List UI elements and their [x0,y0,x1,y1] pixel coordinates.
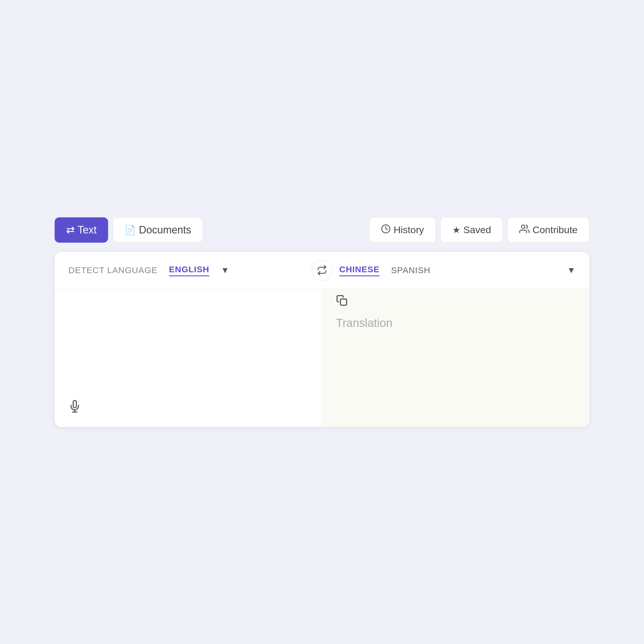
document-icon: 📄 [124,225,136,235]
toolbar-right: History ★ Saved Contribute [369,217,589,243]
translation-placeholder: Translation [336,317,576,329]
language-bar: DETECT LANGUAGE ENGLISH ▼ CHINESE SPANIS… [55,252,589,289]
chinese-language-option[interactable]: CHINESE [339,265,379,276]
translator-card: DETECT LANGUAGE ENGLISH ▼ CHINESE SPANIS… [55,252,589,427]
toolbar: ⇄ Text 📄 Documents History [55,217,589,243]
chevron-down-icon-right: ▼ [567,265,576,275]
text-tab-label: Text [78,224,97,236]
swap-icon [317,265,327,275]
svg-point-1 [522,225,525,229]
saved-label: Saved [463,224,491,235]
history-button[interactable]: History [369,217,436,243]
english-language-option[interactable]: ENGLISH [169,265,209,276]
target-text-area: Translation [322,289,590,427]
target-lang-dropdown[interactable]: ▼ [567,265,576,275]
source-text-input[interactable] [68,300,308,394]
saved-button[interactable]: ★ Saved [440,217,503,243]
detect-language-option[interactable]: DETECT LANGUAGE [68,265,158,275]
source-lang-dropdown[interactable]: ▼ [221,265,229,275]
mic-area [68,394,308,415]
text-tab[interactable]: ⇄ Text [55,217,108,243]
translate-icon: ⇄ [66,224,75,236]
documents-tab[interactable]: 📄 Documents [113,217,203,243]
history-icon [381,224,391,236]
toolbar-left: ⇄ Text 📄 Documents [55,217,203,243]
copy-icon-wrapper [336,295,348,309]
history-label: History [394,224,424,235]
documents-tab-label: Documents [139,224,191,236]
source-lang-panel: DETECT LANGUAGE ENGLISH ▼ [68,265,305,276]
contribute-label: Contribute [532,224,578,235]
people-icon [519,224,530,236]
microphone-icon[interactable] [68,401,81,415]
star-icon: ★ [452,225,461,235]
contribute-button[interactable]: Contribute [507,217,589,243]
text-areas: Translation [55,289,589,427]
target-lang-panel: CHINESE SPANISH ▼ [339,265,576,276]
spanish-language-option[interactable]: SPANISH [391,265,430,275]
app-container: ⇄ Text 📄 Documents History [37,200,607,444]
svg-rect-4 [340,299,347,305]
swap-languages-button[interactable] [312,260,332,281]
chevron-down-icon: ▼ [221,265,229,275]
source-text-area [55,289,322,427]
copy-icon[interactable] [336,296,348,308]
